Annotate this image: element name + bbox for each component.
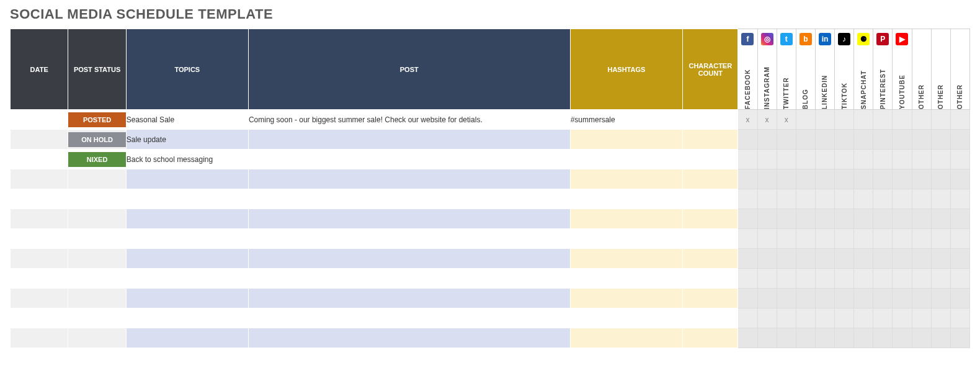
cell-social-snapchat[interactable] (854, 328, 873, 348)
cell-social-pinterest[interactable] (873, 269, 893, 289)
cell-social-snapchat[interactable] (854, 130, 873, 150)
cell-post[interactable] (248, 150, 570, 169)
cell-social-tiktok[interactable] (835, 229, 854, 249)
cell-character-count[interactable] (683, 269, 738, 289)
cell-topics[interactable] (126, 328, 248, 348)
cell-hashtags[interactable] (570, 130, 683, 150)
cell-post-status[interactable] (68, 209, 126, 229)
cell-social-other1[interactable] (912, 269, 931, 289)
cell-social-twitter[interactable] (777, 249, 796, 269)
cell-social-snapchat[interactable] (854, 289, 873, 308)
cell-character-count[interactable] (683, 150, 738, 169)
cell-social-pinterest[interactable] (873, 229, 893, 249)
cell-hashtags[interactable] (570, 209, 683, 229)
cell-hashtags[interactable] (570, 289, 683, 308)
cell-social-instagram[interactable] (757, 130, 777, 150)
cell-social-facebook[interactable] (738, 328, 757, 348)
cell-date[interactable] (11, 189, 68, 209)
cell-social-youtube[interactable] (893, 150, 912, 169)
cell-hashtags[interactable] (570, 189, 683, 209)
cell-social-other2[interactable] (931, 130, 950, 150)
cell-social-other3[interactable] (950, 328, 969, 348)
cell-post[interactable] (248, 289, 570, 308)
cell-social-blog[interactable] (796, 150, 815, 169)
cell-social-instagram[interactable] (757, 289, 777, 308)
cell-date[interactable] (11, 249, 68, 269)
cell-social-instagram[interactable] (757, 229, 777, 249)
cell-social-other3[interactable] (950, 269, 969, 289)
cell-hashtags[interactable] (570, 308, 683, 328)
cell-social-pinterest[interactable] (873, 249, 893, 269)
cell-social-other3[interactable] (950, 110, 969, 130)
cell-character-count[interactable] (683, 308, 738, 328)
cell-topics[interactable] (126, 308, 248, 328)
cell-social-blog[interactable] (796, 209, 815, 229)
cell-character-count[interactable] (683, 110, 738, 130)
cell-social-linkedin[interactable] (815, 130, 834, 150)
cell-topics[interactable] (126, 229, 248, 249)
cell-social-linkedin[interactable] (815, 249, 834, 269)
cell-social-pinterest[interactable] (873, 150, 893, 169)
cell-social-other3[interactable] (950, 169, 969, 189)
cell-social-other3[interactable] (950, 289, 969, 308)
cell-social-linkedin[interactable] (815, 289, 834, 308)
cell-social-twitter[interactable] (777, 269, 796, 289)
cell-topics[interactable] (126, 289, 248, 308)
cell-social-facebook[interactable] (738, 229, 757, 249)
cell-social-twitter[interactable] (777, 229, 796, 249)
cell-social-snapchat[interactable] (854, 308, 873, 328)
cell-social-linkedin[interactable] (815, 229, 834, 249)
cell-social-other1[interactable] (912, 289, 931, 308)
cell-social-linkedin[interactable] (815, 209, 834, 229)
cell-post[interactable] (248, 209, 570, 229)
cell-social-snapchat[interactable] (854, 209, 873, 229)
cell-social-pinterest[interactable] (873, 110, 893, 130)
cell-social-youtube[interactable] (893, 289, 912, 308)
cell-social-blog[interactable] (796, 289, 815, 308)
cell-social-instagram[interactable] (757, 269, 777, 289)
cell-social-other3[interactable] (950, 308, 969, 328)
cell-date[interactable] (11, 289, 68, 308)
cell-social-other2[interactable] (931, 209, 950, 229)
cell-topics[interactable] (126, 169, 248, 189)
cell-hashtags[interactable] (570, 150, 683, 169)
cell-social-instagram[interactable]: x (757, 110, 777, 130)
cell-social-snapchat[interactable] (854, 110, 873, 130)
cell-post-status[interactable]: POSTED (68, 110, 126, 130)
cell-social-other1[interactable] (912, 169, 931, 189)
cell-post[interactable] (248, 169, 570, 189)
cell-post-status[interactable] (68, 189, 126, 209)
cell-topics[interactable]: Seasonal Sale (126, 110, 248, 130)
cell-social-other2[interactable] (931, 150, 950, 169)
cell-topics[interactable] (126, 209, 248, 229)
cell-social-facebook[interactable] (738, 169, 757, 189)
cell-social-facebook[interactable] (738, 209, 757, 229)
cell-character-count[interactable] (683, 209, 738, 229)
cell-social-tiktok[interactable] (835, 209, 854, 229)
cell-hashtags[interactable] (570, 269, 683, 289)
cell-social-other1[interactable] (912, 249, 931, 269)
cell-social-other2[interactable] (931, 328, 950, 348)
cell-social-instagram[interactable] (757, 189, 777, 209)
cell-social-tiktok[interactable] (835, 328, 854, 348)
cell-social-twitter[interactable]: x (777, 110, 796, 130)
cell-social-linkedin[interactable] (815, 308, 834, 328)
cell-post-status[interactable]: NIXED (68, 150, 126, 169)
cell-social-blog[interactable] (796, 189, 815, 209)
cell-social-facebook[interactable] (738, 269, 757, 289)
cell-post-status[interactable] (68, 229, 126, 249)
cell-character-count[interactable] (683, 229, 738, 249)
cell-social-tiktok[interactable] (835, 150, 854, 169)
cell-post-status[interactable] (68, 249, 126, 269)
cell-social-other2[interactable] (931, 169, 950, 189)
cell-post-status[interactable] (68, 169, 126, 189)
cell-social-linkedin[interactable] (815, 110, 834, 130)
cell-social-tiktok[interactable] (835, 289, 854, 308)
cell-social-snapchat[interactable] (854, 269, 873, 289)
cell-character-count[interactable] (683, 289, 738, 308)
cell-topics[interactable]: Sale update (126, 130, 248, 150)
cell-social-youtube[interactable] (893, 209, 912, 229)
cell-hashtags[interactable] (570, 328, 683, 348)
cell-social-other1[interactable] (912, 229, 931, 249)
cell-social-pinterest[interactable] (873, 308, 893, 328)
